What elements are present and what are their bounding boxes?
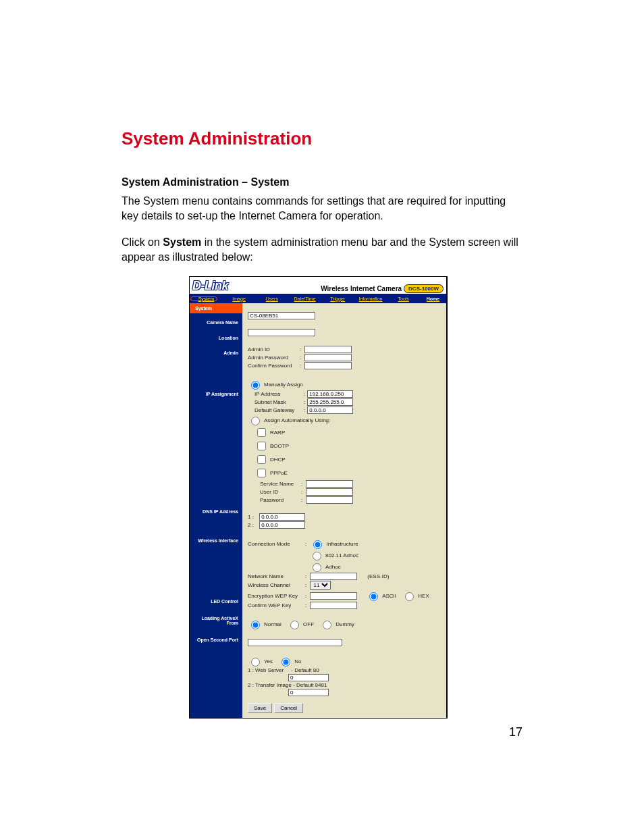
admin-id-label: Admin ID (248, 346, 298, 353)
hex-radio[interactable] (405, 592, 414, 601)
embedded-screenshot: D-Link Wireless Internet Camera DCS-1000… (189, 276, 448, 719)
paragraph-instruction: Click on System in the system administra… (122, 235, 522, 264)
paragraph-intro: The System menu contains commands for se… (122, 194, 522, 223)
sidebar-camera-name: Camera Name (190, 317, 242, 329)
user-id-input[interactable] (306, 488, 353, 496)
pppoe-label: PPPoE (270, 470, 288, 476)
ip-address-label: IP Address (254, 391, 302, 397)
led-dummy-radio[interactable] (323, 621, 331, 629)
confirm-password-input[interactable] (304, 362, 352, 369)
rarp-checkbox[interactable] (257, 428, 266, 437)
admin-id-input[interactable] (304, 346, 352, 353)
led-normal-radio[interactable] (251, 621, 260, 629)
cancel-button[interactable]: Cancel (274, 703, 303, 713)
user-id-label: User ID (260, 489, 299, 495)
page-number: 17 (509, 725, 522, 739)
sidebar-wifi: Wireless Interface (190, 536, 242, 547)
sidebar-led: LED Control (190, 596, 242, 608)
camera-name-input[interactable] (248, 312, 315, 319)
dhcp-checkbox[interactable] (257, 455, 266, 464)
adhoc-label: Adhoc (325, 564, 341, 570)
network-name-label: Network Name (248, 573, 303, 579)
infra-label: Infrastructure (326, 541, 358, 547)
network-name-input[interactable] (310, 573, 357, 580)
menu-users[interactable]: Users (255, 296, 288, 301)
led-dummy-label: Dummy (336, 621, 354, 627)
bootp-checkbox[interactable] (257, 442, 266, 450)
ascii-radio[interactable] (369, 592, 378, 601)
admin-password-label: Admin Password (248, 355, 298, 361)
port-no-radio[interactable] (281, 658, 290, 667)
sidebar: System Camera Name Location Admin IP Ass… (190, 303, 242, 718)
menu-information[interactable]: Information (354, 296, 387, 301)
subnet-mask-input[interactable] (307, 398, 353, 406)
model-badge: DCS-1000W (404, 284, 444, 293)
service-name-input[interactable] (306, 480, 353, 488)
product-name: Wireless Internet Camera (321, 285, 402, 292)
menu-image[interactable]: Image (223, 296, 256, 301)
sidebar-location: Location (190, 333, 242, 344)
app-header: D-Link Wireless Internet Camera DCS-1000… (190, 277, 446, 294)
web-port-label: 1 : Web Server - Default 80 (248, 667, 441, 673)
adhoc11-label: 802.11 Adhoc (325, 552, 358, 558)
ip-address-input[interactable] (307, 390, 353, 398)
section-subtitle: System Administration – System (122, 176, 522, 188)
menu-tools[interactable]: Tools (387, 296, 420, 301)
gateway-label: Default Gateway (254, 407, 302, 413)
menu-system[interactable]: System (190, 296, 223, 301)
sidebar-dns: DNS IP Address (190, 506, 242, 518)
auto-assign-label: Assign Automatically Using: (264, 417, 330, 423)
channel-select[interactable]: 11 (310, 581, 331, 590)
led-normal-label: Normal (264, 621, 281, 627)
save-button[interactable]: Save (248, 703, 272, 713)
pppoe-password-input[interactable] (306, 496, 353, 504)
rarp-label: RARP (270, 429, 285, 436)
pppoe-checkbox[interactable] (257, 469, 266, 477)
menu-datetime[interactable]: Date/Time (288, 296, 321, 301)
top-menu: System Image Users Date/Time Trigger Inf… (190, 294, 446, 303)
brand-logo: D-Link (192, 279, 228, 293)
sidebar-port: Open Second Port (190, 635, 242, 646)
location-input[interactable] (248, 329, 315, 336)
menu-trigger[interactable]: Trigger (321, 296, 354, 301)
dhcp-label: DHCP (270, 457, 286, 463)
led-off-radio[interactable] (290, 621, 299, 629)
bootp-label: BOOTP (270, 443, 289, 449)
transfer-port-input[interactable] (288, 689, 329, 696)
dns1-input[interactable] (259, 513, 305, 521)
keyword-system: System (163, 236, 201, 248)
pppoe-password-label: Password (260, 497, 299, 503)
dns2-input[interactable] (259, 521, 305, 529)
text-span: Click on (122, 236, 163, 248)
confirm-wep-label: Confirm WEP Key (248, 602, 303, 608)
ascii-label: ASCII (382, 593, 396, 599)
auto-assign-radio[interactable] (251, 417, 260, 425)
manual-assign-radio[interactable] (251, 381, 260, 390)
dns1-label: 1 : (248, 514, 254, 520)
confirm-password-label: Confirm Password (248, 363, 298, 369)
menu-home[interactable]: Home (420, 296, 446, 301)
infra-radio[interactable] (313, 540, 322, 549)
transfer-port-label: 2 : Transfer Image - Default 8481 (248, 682, 441, 688)
hex-label: HEX (418, 593, 429, 599)
admin-password-input[interactable] (304, 354, 352, 361)
web-port-input[interactable] (288, 674, 329, 681)
sidebar-system[interactable]: System (190, 303, 242, 313)
port-yes-radio[interactable] (251, 658, 260, 667)
adhoc11-radio[interactable] (313, 552, 321, 561)
wep-key-label: Encryption WEP Key (248, 593, 303, 599)
sidebar-ip: IP Assignment (190, 389, 242, 400)
port-yes-label: Yes (264, 658, 273, 664)
gateway-input[interactable] (307, 407, 353, 414)
activex-input[interactable] (248, 639, 342, 646)
wep-key-input[interactable] (310, 592, 357, 600)
adhoc-radio[interactable] (313, 563, 321, 572)
confirm-wep-input[interactable] (310, 602, 357, 609)
channel-label: Wireless Channel (248, 582, 303, 588)
sidebar-admin: Admin (190, 348, 242, 359)
port-no-label: No (294, 658, 301, 664)
dns2-label: 2 : (248, 522, 254, 528)
conn-mode-label: Connection Mode (248, 541, 303, 547)
sidebar-activex: Loading ActiveX From (190, 613, 242, 629)
ess-id-label: (ESS-ID) (367, 573, 389, 579)
